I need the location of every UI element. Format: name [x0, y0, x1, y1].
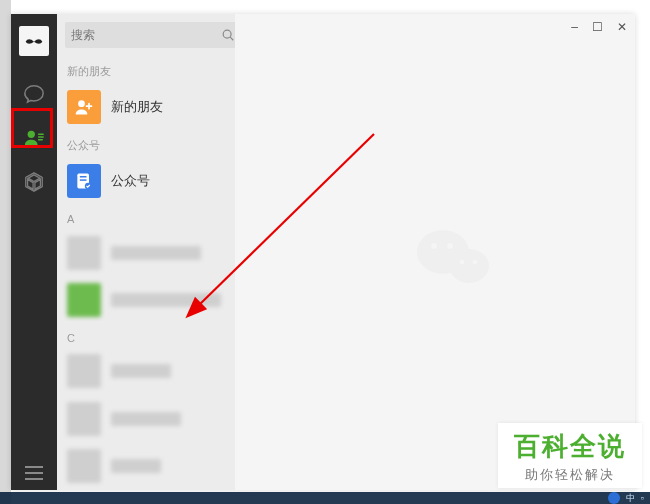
contact-item-blurred[interactable]	[57, 229, 235, 276]
maximize-button[interactable]: ☐	[592, 20, 603, 34]
blurred-name	[111, 293, 221, 307]
blurred-avatar	[67, 283, 101, 317]
search-box[interactable]	[65, 22, 241, 48]
hamburger-icon	[25, 464, 43, 482]
svg-point-12	[460, 260, 465, 265]
contacts-icon	[23, 127, 45, 149]
section-official: 公众号	[57, 130, 235, 157]
system-tray: 中 ▫	[608, 492, 644, 504]
section-a: A	[57, 205, 235, 229]
window-controls: – ☐ ✕	[571, 20, 627, 34]
contact-item-blurred[interactable]	[57, 395, 235, 442]
watermark-title: 百科全说	[514, 429, 626, 464]
rail-menu-button[interactable]	[11, 464, 57, 482]
minimize-button[interactable]: –	[571, 20, 578, 34]
baidu-tray-icon	[608, 492, 620, 504]
svg-point-1	[223, 30, 231, 38]
mustache-icon	[24, 36, 44, 46]
rail-sidebar	[11, 14, 57, 490]
watermark-subtitle: 助你轻松解决	[514, 466, 626, 484]
wechat-logo-icon	[415, 224, 495, 294]
blurred-name	[111, 412, 181, 426]
search-row: +	[57, 14, 235, 56]
blurred-avatar	[67, 402, 101, 436]
contacts-column: + 新的朋友 新的朋友 公众号 公众号 A C	[57, 14, 235, 490]
left-bg-stripe	[0, 0, 11, 504]
wechat-window: + 新的朋友 新的朋友 公众号 公众号 A C	[11, 14, 635, 490]
svg-rect-6	[80, 179, 87, 181]
svg-point-11	[447, 243, 453, 249]
svg-point-13	[473, 260, 478, 265]
rail-chats[interactable]	[11, 74, 57, 114]
search-icon	[221, 28, 235, 42]
contact-item-blurred[interactable]	[57, 276, 235, 323]
svg-point-10	[431, 243, 437, 249]
contact-item-blurred[interactable]	[57, 348, 235, 395]
entry-official[interactable]: 公众号	[57, 157, 235, 204]
blurred-name	[111, 459, 161, 473]
cube-icon	[23, 171, 45, 193]
blurred-avatar	[67, 449, 101, 483]
blurred-avatar	[67, 236, 101, 270]
tray-ime[interactable]: 中	[626, 492, 635, 505]
rail-favorites[interactable]	[11, 162, 57, 202]
main-panel: – ☐ ✕	[235, 14, 635, 490]
blurred-name	[111, 364, 171, 378]
avatar[interactable]	[19, 26, 49, 56]
watermark: 百科全说 助你轻松解决	[498, 423, 642, 488]
blurred-avatar	[67, 354, 101, 388]
rail-contacts[interactable]	[11, 118, 57, 158]
tray-vol[interactable]: ▫	[641, 493, 644, 503]
entry-official-label: 公众号	[111, 172, 150, 190]
chat-bubble-icon	[23, 83, 45, 105]
entry-new-friends[interactable]: 新的朋友	[57, 83, 235, 130]
svg-line-2	[230, 37, 233, 40]
section-new-friends: 新的朋友	[57, 56, 235, 83]
svg-rect-5	[80, 176, 87, 178]
search-input[interactable]	[71, 28, 221, 42]
svg-point-0	[28, 131, 35, 138]
entry-new-friends-label: 新的朋友	[111, 98, 163, 116]
blurred-name	[111, 246, 201, 260]
new-friends-icon	[67, 90, 101, 124]
taskbar	[0, 492, 650, 504]
contact-item-blurred[interactable]	[57, 443, 235, 490]
section-c: C	[57, 324, 235, 348]
svg-point-3	[78, 100, 85, 107]
official-icon	[67, 164, 101, 198]
svg-point-9	[449, 249, 489, 283]
close-button[interactable]: ✕	[617, 20, 627, 34]
